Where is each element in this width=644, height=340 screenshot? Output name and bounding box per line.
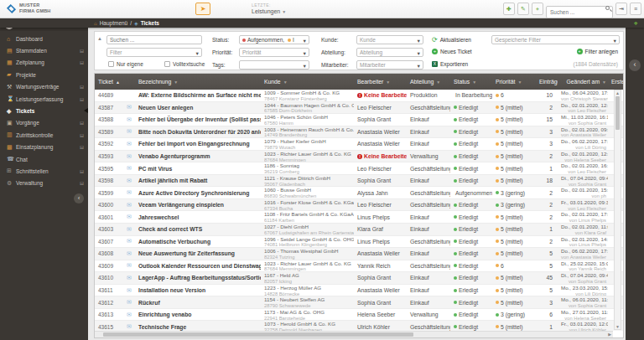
table-row[interactable]: 43587✉Neuen User anlegen1044 - Baumann H… (95, 102, 623, 115)
recent-value[interactable]: Leistungen ▼ (252, 8, 286, 14)
column-header-erstellt-am[interactable]: Erstellt am▼ (608, 74, 623, 90)
column-header-priorit-t[interactable]: Priorität▼ (492, 74, 536, 90)
table-row[interactable]: 43588✉Fehler bei Übergabe der Inventur (… (95, 114, 623, 126)
recent-module[interactable]: LETZTE: Leistungen ▼ (252, 3, 286, 14)
department-filter-select[interactable]: Abteilung▼ (356, 48, 423, 57)
table-row[interactable]: 43601✉Jahreswechsel1108 - Fritz Bartels … (95, 211, 623, 224)
filter-funnel-icon[interactable]: ▼ (283, 80, 288, 85)
sidebar-item-schnittstellen[interactable]: ⊞Schnittstellen⊟ (0, 165, 88, 177)
expand-icon[interactable]: ⊟ (80, 180, 84, 186)
sidebar-item-chat[interactable]: ☎Chat (0, 153, 88, 165)
pin-button[interactable]: ✎ (517, 3, 529, 15)
expand-right-panel-button[interactable]: ‹ (629, 59, 641, 71)
filter-funnel-icon[interactable]: ▼ (602, 80, 606, 85)
table-row[interactable]: 43598✉Artikel jährlich mit Rabatt1121 - … (95, 175, 623, 188)
filter-select[interactable]: Filter▼ (106, 48, 202, 57)
filter-funnel-icon[interactable]: ▼ (386, 80, 390, 85)
table-row[interactable]: 43613✉Einrichtung venabo1173 - Mai AG & … (95, 309, 623, 322)
new-ticket-button[interactable]: +Neues Ticket (432, 49, 472, 54)
expand-icon[interactable]: ⊟ (80, 84, 84, 90)
ticket-title[interactable]: Jahreswechsel (135, 211, 261, 223)
column-header-bearbeiter[interactable]: Bearbeiter▼ (354, 74, 407, 90)
fulltext-checkbox[interactable] (164, 61, 170, 67)
create-filter-button[interactable]: +Filter anlegen (577, 49, 618, 54)
table-row[interactable]: 44689AW: Externe Bildschirme an Surface … (95, 90, 623, 102)
table-row[interactable]: 43612✉Rückruf1154 - Neubert Steffen AG28… (95, 296, 623, 309)
sidebar-item-stammdaten[interactable]: ▤Stammdaten⊟ (0, 44, 88, 56)
scroll-up-icon[interactable]: ▲ (615, 90, 621, 95)
horizontal-scrollbar[interactable]: ▶ (95, 331, 613, 337)
ticket-search-input[interactable] (106, 35, 202, 44)
ticket-title[interactable]: AW: Externe Bildschirme an Surface nicht… (135, 90, 261, 101)
expand-icon[interactable]: ⊟ (80, 132, 84, 138)
tags-filter-select[interactable]: ▼ (239, 60, 309, 70)
ticket-title[interactable]: Fehler bei Übergabe der Inventur (Sollis… (135, 114, 261, 126)
employee-filter-select[interactable]: Mitarbeiter▼ (356, 60, 423, 70)
ticket-title[interactable]: Venabo Agenturprogramm (135, 151, 261, 162)
column-header-kunde[interactable]: Kunde▼ (261, 74, 354, 90)
table-row[interactable]: 43595✉PC mit Virus1186 - Sonntag36219 Co… (95, 162, 623, 175)
expand-icon[interactable]: ⊟ (80, 168, 84, 174)
column-header-eintr-ge[interactable]: Einträge▼ (536, 74, 558, 90)
table-row[interactable]: 43609✉Outlook Kalender Ressourcen und Di… (95, 260, 623, 273)
export-button[interactable]: XExportieren (432, 61, 468, 67)
column-header-ge-ndert-am[interactable]: Geändert am▼ (558, 74, 608, 90)
sidebar-item-leistungserfassung[interactable]: ⌛Leistungserfassung⊟ (0, 93, 88, 105)
breadcrumb-home[interactable]: Hauptmenü (100, 20, 128, 26)
filter-funnel-icon[interactable]: ▼ (472, 80, 476, 85)
expand-icon[interactable]: ⊟ (80, 59, 84, 65)
column-header-abteilung[interactable]: Abteilung▼ (407, 74, 450, 90)
ticket-title[interactable]: Installation neue Version (135, 285, 261, 296)
table-row[interactable]: 43611✉Installation neue Version1223 - He… (95, 285, 623, 297)
scroll-down-icon[interactable]: ▼ (615, 324, 621, 329)
ticket-title[interactable]: Artikel jährlich mit Rabatt (135, 175, 261, 187)
main-menu-button[interactable]: ≡ (630, 3, 641, 15)
ticket-title[interactable]: Fehler bei Import von Eingangsrechnung (135, 138, 261, 150)
sidebar-item-zeitplanung[interactable]: ▦Zeitplanung⊟ (0, 57, 88, 69)
new-item-button[interactable]: ✚ (503, 3, 515, 15)
only-own-checkbox-row[interactable]: Nur eigene (108, 61, 143, 67)
expand-icon[interactable]: ⊟ (80, 96, 84, 102)
expand-icon[interactable]: ⊟ (80, 144, 84, 150)
ticket-title[interactable]: Bitte noch Dokuvita Unterordner für 2020… (135, 126, 261, 138)
filter-funnel-icon[interactable]: ▼ (174, 80, 178, 85)
sidebar-item-tickets[interactable]: ◈Tickets (0, 105, 88, 116)
priority-filter-select[interactable]: Priorität▼ (239, 48, 309, 57)
ticket-title[interactable]: Azure Active Directory Synchronisierung (135, 187, 261, 198)
customer-filter-select[interactable]: Kunde▼ (356, 35, 423, 44)
quick-navigate-button[interactable]: ➤ (195, 3, 210, 15)
table-row[interactable]: 43589✉Bitte noch Dokuvita Unterordner fü… (95, 126, 623, 139)
right-panel-icon[interactable]: ❖ (634, 20, 638, 26)
filter-funnel-icon[interactable]: ▼ (517, 80, 522, 85)
table-row[interactable]: 43610✉LagerApp - Auftrag Bearbeitungssta… (95, 272, 623, 285)
ticket-title[interactable]: Neuen User anlegen (135, 102, 261, 114)
expand-icon[interactable]: ⊟ (80, 120, 84, 126)
table-row[interactable]: 43599✉Azure Active Directory Synchronisi… (95, 187, 623, 199)
sidebar-item-verwaltung[interactable]: ⚙Verwaltung⊟ (0, 178, 88, 189)
search-input[interactable] (546, 6, 613, 18)
sidebar-item-wartungsvertraege[interactable]: ⚒Wartungsverträge⊟ (0, 81, 88, 93)
table-row[interactable]: 43592✉Fehler bei Import von Eingangsrech… (95, 138, 623, 151)
column-header-bezeichnung[interactable]: Bezeichnung▼ (135, 74, 261, 90)
ticket-title[interactable]: Neue Auswertung für Zeiterfassung (135, 248, 261, 260)
only-own-checkbox[interactable] (108, 61, 114, 67)
fulltext-checkbox-row[interactable]: Volltextsuche (164, 61, 205, 67)
saved-filters-select[interactable]: Gespeicherte Filter▼ (491, 35, 620, 44)
refresh-button[interactable]: ⟳Aktualisieren (432, 36, 471, 44)
table-row[interactable]: 43593✉Venabo Agenturprogramm1023 - Richt… (95, 151, 623, 163)
column-header-status[interactable]: Status▼ (450, 74, 492, 90)
collapse-filters-icon[interactable]: ▲ (97, 36, 102, 41)
sidebar-item-dashboard[interactable]: ⌂Dashboard (0, 33, 88, 44)
ticket-title[interactable]: Rückruf (135, 296, 261, 308)
sidebar-item-einsatzplanung[interactable]: ▩Einsatzplanung⊟ (0, 142, 88, 153)
table-row[interactable]: 43615✉Technische Frage1073 - Herold GmbH… (95, 321, 623, 331)
collapse-sidebar-button[interactable]: ‹ (74, 193, 84, 203)
filter-funnel-icon[interactable]: ▼ (436, 80, 440, 85)
ticket-title[interactable]: PC mit Virus (135, 162, 261, 174)
sidebar-item-vorgaenge[interactable]: ▣Vorgänge⊟ (0, 117, 88, 129)
ticket-title[interactable]: Check and correct WTS (135, 224, 261, 235)
table-row[interactable]: 43607✉Automatische Verbuchung1096 - Seid… (95, 236, 623, 249)
logout-button[interactable]: ⇥ (615, 3, 627, 15)
vertical-scrollbar[interactable]: ▲ ▼ (614, 90, 621, 330)
sidebar-item-zutrittskontrolle[interactable]: ▥Zutrittskontrolle⊟ (0, 129, 88, 141)
